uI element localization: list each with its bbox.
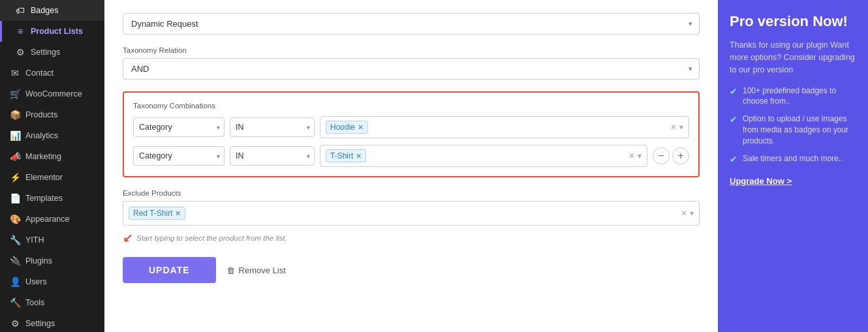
sidebar-label-settings-sub: Settings <box>31 48 60 57</box>
tag-tshirt-close[interactable]: ✕ <box>356 153 362 160</box>
exclude-clear-x-icon: ✕ <box>681 209 687 218</box>
hint-text: Start typing to select the product from … <box>136 234 287 242</box>
sidebar-item-appearance[interactable]: 🎨 Appearance <box>0 209 104 230</box>
taxonomy-relation-select[interactable]: AND ▾ <box>123 58 700 80</box>
products-icon: 📦 <box>10 110 20 120</box>
tag-red-tshirt-close[interactable]: ✕ <box>175 210 181 217</box>
remove-row-button[interactable]: − <box>653 147 670 164</box>
trash-icon: 🗑 <box>226 265 235 275</box>
taxonomy-relation-arrow-icon: ▾ <box>682 65 699 73</box>
sidebar-item-yith[interactable]: 🔧 YITH <box>0 230 104 250</box>
add-row-button[interactable]: + <box>672 147 689 164</box>
taxonomy-tag-input-1[interactable]: Hoodie ✕ ✕ ▾ <box>320 116 689 138</box>
pro-feature-3: ✔ Sale timers and much more.. <box>730 153 856 164</box>
sidebar-label-product-lists: Product Lists <box>31 27 83 36</box>
sidebar-item-users[interactable]: 👤 Users <box>0 271 104 292</box>
tools-icon: 🔨 <box>10 297 20 308</box>
sidebar-label-tools: Tools <box>25 298 44 307</box>
taxonomy-in-arrow-2: ▾ <box>303 153 314 160</box>
sidebar: 🏷 Badges ≡ Product Lists ⚙ Settings ✉ Co… <box>0 0 104 332</box>
taxonomy-row-2: Category ▾ IN ▾ T-Shirt ✕ ✕ ▾ − + <box>133 145 689 167</box>
sidebar-item-badges[interactable]: 🏷 Badges <box>0 0 104 21</box>
templates-icon: 📄 <box>10 193 20 204</box>
tag-red-tshirt: Red T-Shirt ✕ <box>129 207 185 220</box>
sidebar-label-products: Products <box>25 110 57 119</box>
pro-check-icon-2: ✔ <box>730 114 737 125</box>
tag-tshirt: T-Shirt ✕ <box>326 149 366 162</box>
sidebar-label-contact: Contact <box>25 68 54 78</box>
taxonomy-category-arrow-1: ▾ <box>213 124 224 131</box>
taxonomy-combinations-box: Taxonomy Combinations Category ▾ IN ▾ Ho… <box>123 91 700 177</box>
taxonomy-category-value-1: Category <box>134 118 213 136</box>
tag-clear-1[interactable]: ✕ ▾ <box>670 123 683 132</box>
upgrade-link[interactable]: Upgrade Now > <box>730 176 792 186</box>
tag-hoodie-close[interactable]: ✕ <box>358 124 364 131</box>
taxonomy-relation-section: Taxonomy Relation AND ▾ <box>123 46 700 80</box>
sidebar-item-marketing[interactable]: 📣 Marketing <box>0 146 104 167</box>
taxonomy-row-1: Category ▾ IN ▾ Hoodie ✕ ✕ ▾ <box>133 116 689 138</box>
sidebar-item-plugins[interactable]: 🔌 Plugins <box>0 250 104 271</box>
dynamic-request-select[interactable]: Dynamic Request ▾ <box>123 13 700 35</box>
sidebar-item-tools[interactable]: 🔨 Tools <box>0 292 104 313</box>
tag-hoodie: Hoodie ✕ <box>326 121 368 134</box>
tag-hoodie-label: Hoodie <box>330 123 355 132</box>
sidebar-item-woocommerce[interactable]: 🛒 WooCommerce <box>0 83 104 104</box>
exclude-tag-clear[interactable]: ✕ ▾ <box>681 209 694 218</box>
dynamic-request-section: Dynamic Request ▾ <box>123 13 700 35</box>
remove-list-label: Remove List <box>239 265 286 275</box>
marketing-icon: 📣 <box>10 151 20 162</box>
sidebar-item-analytics[interactable]: 📊 Analytics <box>0 125 104 146</box>
update-button[interactable]: UPDATE <box>123 257 216 283</box>
taxonomy-tag-input-2[interactable]: T-Shirt ✕ ✕ ▾ <box>320 145 647 167</box>
taxonomy-combinations-label: Taxonomy Combinations <box>133 102 689 110</box>
dropdown-arrow-2: ▾ <box>638 151 642 160</box>
badges-icon: 🏷 <box>15 5 25 16</box>
pro-feature-text-3: Sale timers and much more.. <box>743 153 843 164</box>
settings-sub-icon: ⚙ <box>15 47 25 57</box>
sidebar-label-marketing: Marketing <box>25 152 61 161</box>
main-content: Dynamic Request ▾ Taxonomy Relation AND … <box>104 0 718 332</box>
exclude-tag-input[interactable]: Red T-Shirt ✕ ✕ ▾ <box>123 201 700 226</box>
taxonomy-in-arrow-1: ▾ <box>303 124 314 131</box>
pro-panel: Pro version Now! Thanks for using our pl… <box>718 0 868 332</box>
pro-feature-text-2: Option to upload / use images from media… <box>743 113 856 146</box>
sidebar-label-settings2: Settings <box>25 319 55 328</box>
taxonomy-in-select-2[interactable]: IN ▾ <box>230 146 315 166</box>
settings2-icon: ⚙ <box>10 318 20 329</box>
taxonomy-category-arrow-2: ▾ <box>213 153 224 160</box>
sidebar-item-settings-sub[interactable]: ⚙ Settings <box>0 42 104 63</box>
sidebar-item-settings2[interactable]: ⚙ Settings <box>0 313 104 332</box>
tag-tshirt-label: T-Shirt <box>330 151 353 160</box>
plugins-icon: 🔌 <box>10 256 20 266</box>
elementor-icon: ⚡ <box>10 172 20 183</box>
taxonomy-in-value-2: IN <box>230 147 303 165</box>
sidebar-item-contact[interactable]: ✉ Contact <box>0 63 104 83</box>
sidebar-label-badges: Badges <box>31 6 58 15</box>
sidebar-item-templates[interactable]: 📄 Templates <box>0 188 104 209</box>
row-actions-2: − + <box>653 147 689 164</box>
taxonomy-category-select-2[interactable]: Category ▾ <box>133 146 225 166</box>
taxonomy-in-select-1[interactable]: IN ▾ <box>230 117 315 137</box>
sidebar-item-elementor[interactable]: ⚡ Elementor <box>0 167 104 188</box>
dropdown-arrow-1: ▾ <box>679 123 683 132</box>
sidebar-item-products[interactable]: 📦 Products <box>0 104 104 125</box>
pro-check-icon-1: ✔ <box>730 86 737 97</box>
taxonomy-relation-label: Taxonomy Relation <box>123 46 700 54</box>
sidebar-item-product-lists[interactable]: ≡ Product Lists <box>0 21 104 42</box>
sidebar-label-elementor: Elementor <box>25 173 63 182</box>
hint-row: ↙ Start typing to select the product fro… <box>123 231 700 245</box>
sidebar-label-woocommerce: WooCommerce <box>25 89 82 98</box>
sidebar-label-analytics: Analytics <box>25 131 58 140</box>
analytics-icon: 📊 <box>10 130 20 141</box>
dynamic-request-arrow-icon: ▾ <box>682 20 699 28</box>
sidebar-label-templates: Templates <box>25 194 63 203</box>
taxonomy-category-select-1[interactable]: Category ▾ <box>133 117 225 137</box>
woocommerce-icon: 🛒 <box>10 89 20 99</box>
appearance-icon: 🎨 <box>10 214 20 224</box>
remove-list-button[interactable]: 🗑 Remove List <box>226 265 286 275</box>
taxonomy-relation-value: AND <box>123 59 682 79</box>
pro-feature-2: ✔ Option to upload / use images from med… <box>730 113 856 146</box>
sidebar-label-appearance: Appearance <box>25 215 69 224</box>
clear-x-icon-1: ✕ <box>670 123 677 132</box>
tag-clear-2[interactable]: ✕ ▾ <box>628 151 642 160</box>
